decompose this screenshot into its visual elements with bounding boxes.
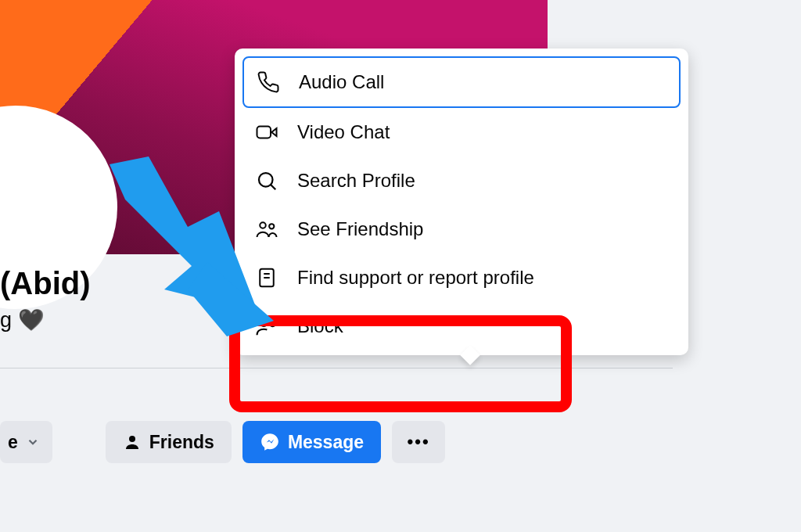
messenger-icon [260,432,280,452]
message-button[interactable]: Message [242,421,381,463]
friends-icon [123,433,142,451]
svg-point-9 [260,318,268,326]
svg-point-5 [269,224,274,228]
video-icon [253,120,280,144]
more-tab-button[interactable]: e [0,421,52,463]
menu-label: Search Profile [297,170,415,192]
menu-label: See Friendship [297,218,423,240]
menu-item-block[interactable]: Block [242,302,681,350]
svg-rect-1 [257,127,271,138]
menu-label: Block [297,315,343,337]
svg-line-3 [271,185,275,189]
heart-icon: 🖤 [18,308,45,332]
message-label: Message [288,432,364,453]
friends-button[interactable]: Friends [106,421,232,463]
action-buttons-row: e Friends Message [0,421,445,463]
search-icon [253,169,280,192]
menu-item-report-profile[interactable]: Find support or report profile [242,253,681,302]
menu-label: Video Chat [297,121,390,143]
phone-icon [255,70,282,94]
svg-point-4 [260,222,266,228]
friendship-icon [253,217,280,241]
profile-page: (Abid) g 🖤 e Friends [0,0,801,532]
menu-item-video-chat[interactable]: Video Chat [242,108,681,156]
ellipsis-icon: ••• [407,432,429,452]
menu-label: Find support or report profile [297,267,534,289]
more-tab-label: e [8,432,18,453]
menu-item-see-friendship[interactable]: See Friendship [242,205,681,253]
svg-point-0 [129,436,135,442]
menu-label: Audio Call [299,71,384,93]
divider [0,368,673,368]
block-icon [253,315,280,338]
svg-line-11 [271,321,275,325]
report-icon [253,266,280,289]
chevron-down-icon [26,435,40,449]
subline-text: g [0,308,12,332]
svg-point-2 [259,173,273,187]
more-options-button[interactable]: ••• [392,421,445,463]
menu-item-search-profile[interactable]: Search Profile [242,156,681,205]
friends-label: Friends [149,432,214,453]
menu-item-audio-call[interactable]: Audio Call [242,56,681,108]
profile-options-menu: Audio Call Video Chat Search Profile [235,49,688,355]
